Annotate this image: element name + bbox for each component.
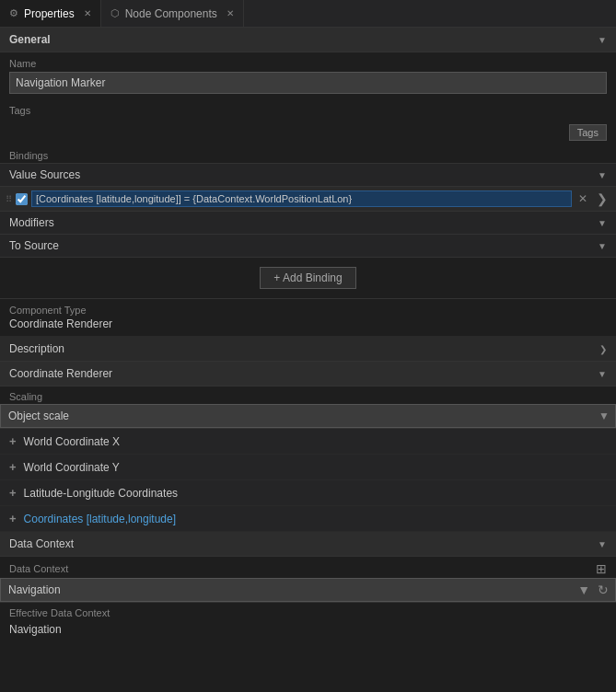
value-sources-chevron: ▼ bbox=[598, 170, 607, 180]
coordinate-renderer-header[interactable]: Coordinate Renderer ▼ bbox=[0, 362, 616, 386]
tab-bar: ⚙ Properties ✕ ⬡ Node Components ✕ bbox=[0, 0, 616, 28]
scaling-dropdown-arrow: ▼ bbox=[593, 409, 615, 422]
tab-properties[interactable]: ⚙ Properties ✕ bbox=[0, 0, 101, 27]
modifiers-header[interactable]: Modifiers ▼ bbox=[0, 212, 616, 235]
plus-label-coords: Coordinates [latitude,longitude] bbox=[24, 513, 176, 525]
data-context-grid-icon: ⊞ bbox=[596, 561, 607, 576]
tab-node-components-label: Node Components bbox=[125, 7, 217, 20]
add-binding-row: + Add Binding bbox=[0, 258, 616, 299]
tags-field-group: Tags bbox=[0, 99, 616, 121]
modifiers-chevron: ▼ bbox=[598, 218, 607, 228]
scaling-select[interactable]: Object scale bbox=[1, 405, 593, 427]
data-context-field-label: Data Context bbox=[9, 563, 68, 574]
description-chevron: ❯ bbox=[599, 344, 607, 354]
properties-icon: ⚙ bbox=[9, 7, 18, 19]
nav-chevron-down-icon[interactable]: ▼ bbox=[575, 582, 593, 597]
tab-node-components[interactable]: ⬡ Node Components ✕ bbox=[101, 0, 244, 27]
value-sources-header[interactable]: Value Sources ▼ bbox=[0, 163, 616, 187]
data-context-section-title: Data Context bbox=[9, 537, 74, 550]
plus-item-coords[interactable]: + Coordinates [latitude,longitude] bbox=[0, 506, 616, 532]
tags-row: Tags bbox=[0, 121, 616, 144]
tab-properties-close[interactable]: ✕ bbox=[84, 8, 91, 18]
data-context-dropdown-row: Navigation ▼ ↻ bbox=[0, 578, 616, 602]
plus-item-lat-lon[interactable]: + Latitude-Longitude Coordinates bbox=[0, 480, 616, 506]
plus-item-world-y[interactable]: + World Coordinate Y bbox=[0, 455, 616, 480]
plus-icon-lat-lon: + bbox=[9, 486, 17, 500]
tags-button[interactable]: Tags bbox=[569, 124, 607, 141]
data-context-select[interactable]: Navigation bbox=[1, 579, 575, 601]
scaling-dropdown-row: Object scale ▼ bbox=[0, 404, 616, 428]
to-source-header[interactable]: To Source ▼ bbox=[0, 235, 616, 258]
scaling-label: Scaling bbox=[0, 386, 616, 404]
node-components-icon: ⬡ bbox=[110, 7, 120, 19]
binding-remove-button[interactable]: ✕ bbox=[575, 192, 590, 205]
tags-label: Tags bbox=[9, 105, 607, 116]
plus-icon-world-x: + bbox=[9, 434, 17, 448]
to-source-title: To Source bbox=[9, 239, 59, 252]
component-type-section: Component Type Coordinate Renderer bbox=[0, 299, 616, 337]
to-source-chevron: ▼ bbox=[598, 241, 607, 251]
general-chevron: ▼ bbox=[598, 35, 607, 45]
component-type-label: Component Type bbox=[9, 305, 607, 316]
description-title: Description bbox=[9, 342, 64, 355]
effective-data-context-value: Navigation bbox=[0, 620, 616, 641]
binding-text: [Coordinates [latitude,longitude]] = {Da… bbox=[31, 190, 572, 207]
coordinate-renderer-chevron: ▼ bbox=[598, 369, 607, 379]
name-input[interactable] bbox=[9, 72, 607, 94]
plus-icon-world-y: + bbox=[9, 460, 17, 474]
nav-right-icons: ▼ ↻ bbox=[575, 582, 615, 597]
coordinate-renderer-title: Coordinate Renderer bbox=[9, 367, 112, 380]
drag-handle-icon[interactable]: ⠿ bbox=[6, 194, 12, 204]
binding-navigate-button[interactable]: ❯ bbox=[594, 191, 610, 206]
modifiers-title: Modifiers bbox=[9, 216, 54, 229]
bindings-label: Bindings bbox=[0, 144, 616, 163]
data-context-section-header[interactable]: Data Context ▼ bbox=[0, 532, 616, 557]
description-header[interactable]: Description ❯ bbox=[0, 337, 616, 362]
component-type-value: Coordinate Renderer bbox=[9, 317, 607, 330]
add-binding-button[interactable]: + Add Binding bbox=[260, 267, 355, 289]
effective-data-context-label: Effective Data Context bbox=[0, 603, 616, 620]
data-context-label-row: Data Context ⊞ bbox=[0, 557, 616, 578]
tab-properties-label: Properties bbox=[24, 7, 75, 20]
tab-node-components-close[interactable]: ✕ bbox=[227, 8, 234, 18]
general-title: General bbox=[9, 33, 51, 46]
plus-icon-coords: + bbox=[9, 512, 17, 525]
binding-checkbox[interactable] bbox=[16, 193, 28, 205]
binding-row: ⠿ [Coordinates [latitude,longitude]] = {… bbox=[0, 187, 616, 212]
name-field-group: Name bbox=[0, 52, 616, 99]
data-context-section-chevron: ▼ bbox=[598, 539, 607, 549]
value-sources-title: Value Sources bbox=[9, 168, 80, 181]
nav-reset-icon[interactable]: ↻ bbox=[595, 582, 611, 597]
name-label: Name bbox=[9, 58, 607, 69]
general-section-header[interactable]: General ▼ bbox=[0, 28, 616, 52]
plus-label-world-y: World Coordinate Y bbox=[24, 461, 120, 474]
plus-label-world-x: World Coordinate X bbox=[24, 435, 121, 448]
plus-item-world-x[interactable]: + World Coordinate X bbox=[0, 429, 616, 455]
plus-label-lat-lon: Latitude-Longitude Coordinates bbox=[24, 487, 178, 500]
